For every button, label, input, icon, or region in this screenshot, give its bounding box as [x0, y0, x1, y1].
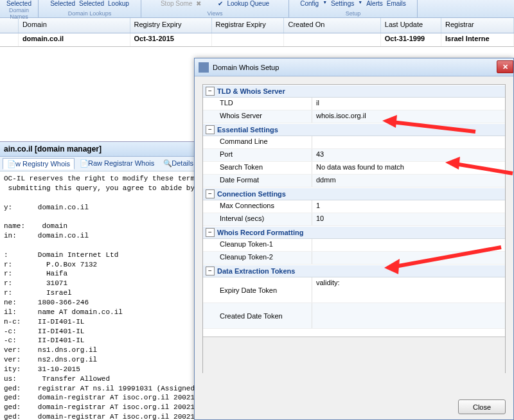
- property-section-header[interactable]: −Data Extraction Tokens: [203, 265, 505, 277]
- collapse-icon[interactable]: −: [206, 228, 215, 237]
- property-row[interactable]: Max Connections1: [203, 200, 505, 213]
- property-value[interactable]: [312, 136, 505, 148]
- property-section-header[interactable]: −TLD & Whois Server: [203, 85, 505, 98]
- whois-setup-dialog: Domain Whois Setup ✕ −TLD & Whois Server…: [194, 58, 514, 420]
- property-row[interactable]: Cleanup Token-2: [203, 252, 505, 265]
- section-label: Essential Settings: [217, 126, 278, 134]
- col-header-domain[interactable]: Domain: [19, 18, 130, 33]
- cell-last-update: Oct-31-1999: [381, 33, 441, 46]
- property-key: Date Format: [203, 175, 312, 187]
- collapse-icon[interactable]: −: [206, 267, 215, 276]
- col-header-created-on[interactable]: Created On: [284, 18, 380, 33]
- col-header-registry-expiry[interactable]: Registry Expiry: [130, 18, 212, 33]
- ribbon-toolbar: Selected Domain Names Selected Selected …: [0, 0, 514, 18]
- property-key: Port: [203, 149, 312, 161]
- section-label: Connection Settings: [217, 190, 286, 198]
- dialog-title-text: Domain Whois Setup: [213, 64, 279, 71]
- ribbon-item[interactable]: Selected: [50, 0, 75, 7]
- ribbon-item[interactable]: Settings: [331, 0, 354, 7]
- property-value[interactable]: [312, 252, 505, 264]
- dialog-icon: [199, 62, 209, 73]
- close-button[interactable]: Close: [458, 399, 506, 414]
- property-row[interactable]: Cleanup Token-1: [203, 239, 505, 252]
- ribbon-item[interactable]: Lookup: [108, 0, 129, 7]
- collapse-icon[interactable]: −: [206, 125, 215, 134]
- property-grid-scroll[interactable]: −TLD & Whois ServerTLDilWhois Serverwhoi…: [203, 85, 505, 337]
- property-value[interactable]: 43: [312, 149, 505, 161]
- ribbon-item[interactable]: Lookup Queue: [227, 0, 269, 7]
- col-header-last-update[interactable]: Last Update: [381, 18, 441, 33]
- property-value[interactable]: whois.isoc.org.il: [312, 110, 505, 123]
- property-key: Whois Server: [203, 110, 312, 123]
- ribbon-group-label: Views: [208, 10, 223, 17]
- dialog-close-button[interactable]: ✕: [497, 60, 513, 73]
- property-key: Command Line: [203, 136, 312, 148]
- property-row[interactable]: Interval (secs)10: [203, 213, 505, 226]
- cell-domain: domain.co.il: [19, 33, 130, 46]
- property-key: Cleanup Token-2: [203, 252, 312, 264]
- property-value[interactable]: 1: [312, 200, 505, 213]
- property-section-header[interactable]: −Whois Record Formatting: [203, 226, 505, 239]
- property-value[interactable]: il: [312, 98, 505, 110]
- doc-icon: 📄: [80, 159, 86, 166]
- cell-registrar: Israel Interne: [441, 33, 514, 46]
- collapse-icon[interactable]: −: [206, 87, 215, 96]
- property-help-area: [203, 337, 505, 374]
- property-key: Search Token: [203, 162, 312, 174]
- tab-raw-registrar-whois[interactable]: 📄Raw Registrar Whois: [76, 158, 158, 170]
- property-key: Created Date Token: [203, 303, 312, 328]
- property-row[interactable]: Whois Serverwhois.isoc.org.il: [203, 110, 505, 123]
- ribbon-item[interactable]: Emails: [387, 0, 406, 7]
- property-value[interactable]: 10: [312, 213, 505, 225]
- grid-row[interactable]: domain.co.il Oct-31-2015 Oct-31-1999 Isr…: [0, 33, 514, 46]
- property-value[interactable]: ddmm: [312, 175, 505, 187]
- property-key: Interval (secs): [203, 213, 312, 225]
- domain-grid: Domain Registry Expiry Registrar Expiry …: [0, 18, 514, 47]
- property-row[interactable]: Expiry Date Tokenvalidity:: [203, 277, 505, 303]
- ribbon-group-label: Domain Lookups: [68, 10, 112, 17]
- section-label: Whois Record Formatting: [217, 229, 303, 236]
- property-row[interactable]: Created Date Token: [203, 303, 505, 329]
- col-header-registrar-expiry[interactable]: Registrar Expiry: [212, 18, 285, 33]
- ribbon-item[interactable]: Selected: [79, 0, 104, 7]
- property-section-header[interactable]: −Connection Settings: [203, 188, 505, 200]
- cell-registrar-expiry: [212, 33, 285, 46]
- property-grid: −TLD & Whois ServerTLDilWhois Serverwhoi…: [202, 84, 506, 373]
- property-key: Cleanup Token-1: [203, 239, 312, 251]
- cell-registry-expiry: Oct-31-2015: [130, 33, 212, 46]
- col-header-registrar[interactable]: Registrar: [441, 18, 514, 33]
- property-section-header[interactable]: −Essential Settings: [203, 123, 505, 136]
- property-value[interactable]: validity:: [312, 277, 505, 302]
- property-key: Max Connections: [203, 200, 312, 213]
- grid-header: Domain Registry Expiry Registrar Expiry …: [0, 18, 514, 33]
- section-label: Data Extraction Tokens: [217, 267, 295, 275]
- property-value[interactable]: [312, 239, 505, 251]
- tab-raw-registry-whois[interactable]: 📄w Registry Whois: [3, 158, 75, 170]
- doc-icon: 📄: [7, 160, 13, 166]
- property-key: TLD: [203, 98, 312, 110]
- property-row[interactable]: Command Line: [203, 136, 505, 149]
- property-row[interactable]: Date Formatddmm: [203, 175, 505, 188]
- property-row[interactable]: Search TokenNo data was found to match: [203, 162, 505, 175]
- ribbon-group-label: Setup: [346, 10, 361, 17]
- property-key: Expiry Date Token: [203, 277, 312, 302]
- cell: [0, 33, 19, 46]
- ribbon-item[interactable]: Alerts: [366, 0, 383, 7]
- ribbon-item[interactable]: Selected: [6, 0, 31, 7]
- property-value[interactable]: [312, 303, 505, 328]
- property-row[interactable]: TLDil: [203, 98, 505, 110]
- collapse-icon[interactable]: −: [206, 189, 215, 198]
- section-label: TLD & Whois Server: [217, 87, 285, 95]
- magnifier-icon: 🔍: [163, 159, 170, 166]
- cell-created-on: [284, 33, 380, 46]
- ribbon-item[interactable]: Config: [300, 0, 319, 7]
- property-row[interactable]: Port43: [203, 149, 505, 162]
- property-value[interactable]: No data was found to match: [312, 162, 505, 174]
- col-header[interactable]: [0, 18, 19, 33]
- dialog-titlebar[interactable]: Domain Whois Setup ✕: [195, 58, 513, 76]
- ribbon-item-disabled: Stop Some: [161, 0, 192, 7]
